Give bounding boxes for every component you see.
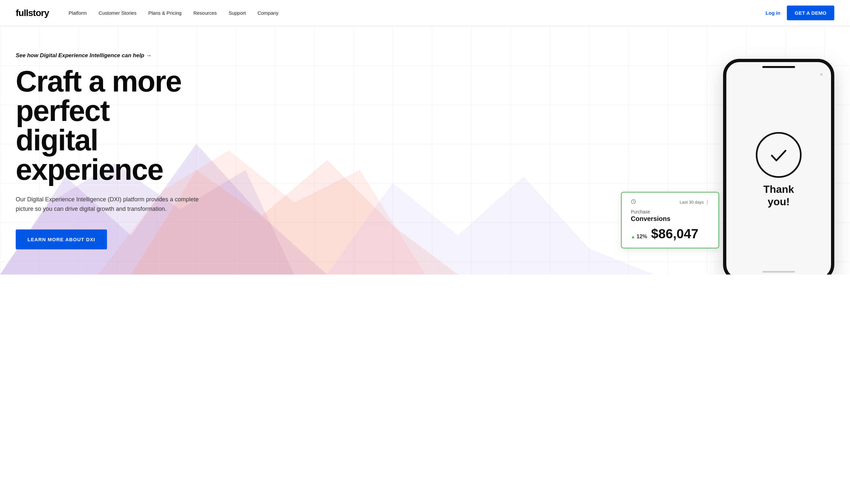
svg-marker-4 [327,177,654,274]
card-title: Conversions [631,215,709,222]
conversion-card: Last 30 days ⋮ Purchase Conversions ▲ 12… [621,192,719,248]
phone-thankyou-text: Thank you! [763,183,794,208]
hero-title-line1: Craft a more perfect [16,65,181,127]
clock-icon [631,199,636,205]
phone-notch [762,66,795,68]
thankyou-line2: you! [767,196,790,208]
pct-value: 12% [637,234,647,239]
card-dollar-value: $86,047 [651,227,698,241]
nav-item-customer-stories[interactable]: Customer Stories [99,10,136,16]
period-label: Last 30 days [679,200,704,204]
navbar: fullstory Platform Customer Stories Plan… [0,0,850,26]
nav-item-company[interactable]: Company [258,10,278,16]
hero-title-line2: digital experience [16,124,163,186]
check-circle [756,132,802,178]
phone-mockup: × Thank you! [723,59,834,274]
close-icon[interactable]: × [819,71,823,78]
nav-item-plans-pricing[interactable]: Plans & Pricing [148,10,181,16]
hero-content: See how Digital Experience Intelligence … [16,52,245,249]
nav-links: Platform Customer Stories Plans & Pricin… [68,10,766,16]
phone-screen: Thank you! [726,62,831,274]
brand-logo[interactable]: fullstory [16,8,49,18]
login-link[interactable]: Log in [766,10,780,16]
hero-subtitle: Our Digital Experience Intelligence (DXI… [16,195,199,214]
nav-item-support[interactable]: Support [229,10,246,16]
card-header: Last 30 days ⋮ [631,199,709,205]
hero-cta-button[interactable]: LEARN MORE ABOUT DXI [16,230,107,249]
hero-section: See how Digital Experience Intelligence … [0,26,850,274]
nav-item-platform[interactable]: Platform [68,10,87,16]
more-icon[interactable]: ⋮ [705,200,709,204]
get-demo-button[interactable]: GET A DEMO [787,5,834,20]
nav-item-resources[interactable]: Resources [193,10,217,16]
card-metric: ▲ 12% $86,047 [631,227,709,241]
phone-frame: × Thank you! [723,59,834,274]
hero-title: Craft a more perfect digital experience [16,67,245,184]
card-header-left [631,199,636,205]
trend-arrow-icon: ▲ [631,234,635,239]
hero-eyebrow-link[interactable]: See how Digital Experience Intelligence … [16,52,152,59]
nav-actions: Log in GET A DEMO [766,5,834,20]
phone-home-bar [762,271,795,273]
checkmark-icon [767,143,790,166]
thankyou-line1: Thank [763,183,794,195]
hero-eyebrow[interactable]: See how Digital Experience Intelligence … [16,52,245,59]
card-label: Purchase [631,209,709,214]
card-percentage: ▲ 12% [631,234,647,239]
card-period: Last 30 days ⋮ [679,200,709,204]
